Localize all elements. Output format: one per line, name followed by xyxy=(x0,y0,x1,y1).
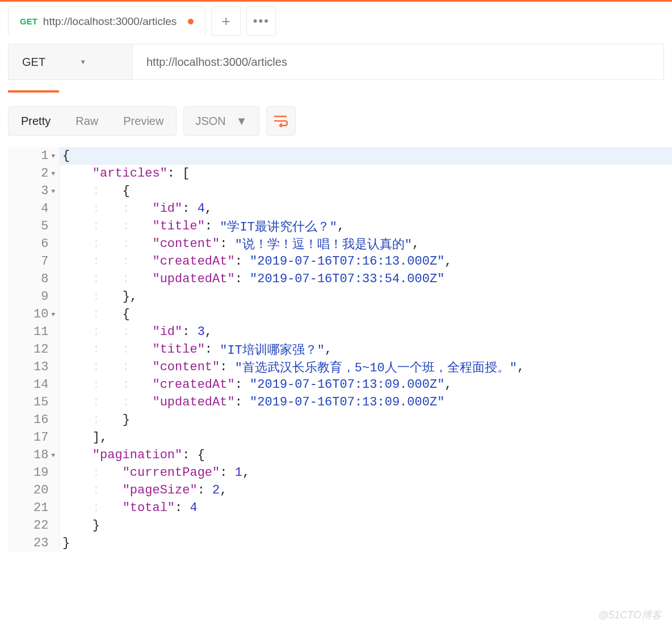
line-number[interactable]: 19▼ xyxy=(8,464,60,482)
line-number[interactable]: 3▼ xyxy=(8,182,60,200)
wrap-lines-button[interactable] xyxy=(266,106,296,136)
code-content: } xyxy=(60,517,672,534)
line-number[interactable]: 23▼ xyxy=(8,534,60,552)
request-tab[interactable]: GET http://localhost:3000/articles xyxy=(8,6,205,36)
response-toolbar: Pretty Raw Preview JSON ▼ xyxy=(8,106,664,136)
code-line[interactable]: 12▼ : : "title": "IT培训哪家强？", xyxy=(8,341,672,358)
http-method-select[interactable]: GET ▼ xyxy=(8,44,133,80)
code-line[interactable]: 20▼ : "pageSize": 2, xyxy=(8,482,672,499)
code-line[interactable]: 16▼ : } xyxy=(8,411,672,429)
line-number[interactable]: 8▼ xyxy=(8,270,60,288)
code-content: : "total": 4 xyxy=(60,499,672,517)
code-line[interactable]: 3▼ : { xyxy=(8,182,672,200)
url-value: http://localhost:3000/articles xyxy=(146,56,287,69)
plus-icon: + xyxy=(222,14,230,28)
code-line[interactable]: 5▼ : : "title": "学IT最讲究什么？", xyxy=(8,217,672,235)
code-content: "articles": [ xyxy=(60,165,672,182)
code-line[interactable]: 8▼ : : "updatedAt": "2019-07-16T07:33:54… xyxy=(8,270,672,288)
code-content: : "currentPage": 1, xyxy=(60,464,672,482)
code-line[interactable]: 21▼ : "total": 4 xyxy=(8,499,672,517)
line-number[interactable]: 16▼ xyxy=(8,411,60,429)
line-number[interactable]: 2▼ xyxy=(8,165,60,182)
response-tabs-divider xyxy=(8,90,664,93)
code-line[interactable]: 17▼ ], xyxy=(8,429,672,446)
line-number[interactable]: 9▼ xyxy=(8,288,60,305)
line-number[interactable]: 10▼ xyxy=(8,305,60,323)
code-line[interactable]: 4▼ : : "id": 4, xyxy=(8,200,672,217)
line-number[interactable]: 6▼ xyxy=(8,235,60,253)
response-body-viewer[interactable]: 1▼{2▼ "articles": [3▼ : {4▼ : : "id": 4,… xyxy=(8,147,672,552)
code-line[interactable]: 14▼ : : "createdAt": "2019-07-16T07:13:0… xyxy=(8,376,672,394)
new-tab-button[interactable]: + xyxy=(211,6,241,36)
code-content: : "pageSize": 2, xyxy=(60,482,672,499)
line-number[interactable]: 7▼ xyxy=(8,253,60,270)
code-line[interactable]: 22▼ } xyxy=(8,517,672,534)
method-select-value: GET xyxy=(22,56,45,69)
format-select[interactable]: JSON ▼ xyxy=(183,106,259,136)
code-line[interactable]: 9▼ : }, xyxy=(8,288,672,305)
fold-toggle-icon[interactable]: ▼ xyxy=(51,311,55,318)
watermark: @51CTO博客 xyxy=(598,608,662,622)
request-bar: GET ▼ http://localhost:3000/articles xyxy=(8,44,664,80)
line-number[interactable]: 14▼ xyxy=(8,376,60,394)
code-content: : : "id": 4, xyxy=(60,200,672,217)
line-number[interactable]: 1▼ xyxy=(8,147,60,165)
code-line[interactable]: 23▼} xyxy=(8,534,672,552)
fold-toggle-icon[interactable]: ▼ xyxy=(51,153,55,160)
line-number[interactable]: 18▼ xyxy=(8,446,60,464)
line-number[interactable]: 4▼ xyxy=(8,200,60,217)
fold-toggle-icon[interactable]: ▼ xyxy=(51,170,55,177)
tab-method-badge: GET xyxy=(20,16,37,26)
code-line[interactable]: 1▼{ xyxy=(8,147,672,165)
code-content: "pagination": { xyxy=(60,446,672,464)
code-content: : : "id": 3, xyxy=(60,323,672,341)
code-line[interactable]: 19▼ : "currentPage": 1, xyxy=(8,464,672,482)
code-content: : : "updatedAt": "2019-07-16T07:33:54.00… xyxy=(60,270,672,288)
line-number[interactable]: 20▼ xyxy=(8,482,60,499)
code-content: : : "createdAt": "2019-07-16T07:16:13.00… xyxy=(60,253,672,270)
line-number[interactable]: 5▼ xyxy=(8,217,60,235)
fold-toggle-icon[interactable]: ▼ xyxy=(51,188,55,195)
line-number[interactable]: 15▼ xyxy=(8,394,60,411)
code-content: : } xyxy=(60,411,672,429)
line-number[interactable]: 17▼ xyxy=(8,429,60,446)
line-number[interactable]: 12▼ xyxy=(8,341,60,358)
code-line[interactable]: 18▼ "pagination": { xyxy=(8,446,672,464)
view-mode-pretty[interactable]: Pretty xyxy=(9,107,63,135)
view-mode-raw[interactable]: Raw xyxy=(63,107,111,135)
code-content: : : "title": "学IT最讲究什么？", xyxy=(60,217,672,235)
tab-options-button[interactable]: ••• xyxy=(246,6,276,36)
code-line[interactable]: 2▼ "articles": [ xyxy=(8,165,672,182)
code-line[interactable]: 13▼ : : "content": "首选武汉长乐教育，5~10人一个班，全程… xyxy=(8,358,672,376)
active-tab-indicator xyxy=(8,90,59,93)
ellipsis-icon: ••• xyxy=(253,14,270,28)
tabs-row: GET http://localhost:3000/articles + ••• xyxy=(0,2,672,36)
chevron-down-icon: ▼ xyxy=(79,58,86,66)
code-content: : : "createdAt": "2019-07-16T07:13:09.00… xyxy=(60,376,672,394)
wrap-icon xyxy=(274,115,288,127)
code-line[interactable]: 6▼ : : "content": "说！学！逗！唱！我是认真的", xyxy=(8,235,672,253)
line-number[interactable]: 11▼ xyxy=(8,323,60,341)
code-line[interactable]: 15▼ : : "updatedAt": "2019-07-16T07:13:0… xyxy=(8,394,672,411)
fold-toggle-icon[interactable]: ▼ xyxy=(51,452,55,459)
line-number[interactable]: 22▼ xyxy=(8,517,60,534)
code-content: : : "title": "IT培训哪家强？", xyxy=(60,341,672,358)
code-content: : { xyxy=(60,182,672,200)
code-line[interactable]: 7▼ : : "createdAt": "2019-07-16T07:16:13… xyxy=(8,253,672,270)
tab-title: http://localhost:3000/articles xyxy=(43,15,177,28)
code-content: ], xyxy=(60,429,672,446)
view-mode-preview[interactable]: Preview xyxy=(111,107,176,135)
line-number[interactable]: 13▼ xyxy=(8,358,60,376)
line-number[interactable]: 21▼ xyxy=(8,499,60,517)
format-select-value: JSON xyxy=(195,115,225,128)
code-content: { xyxy=(60,147,672,165)
code-content: : : "updatedAt": "2019-07-16T07:13:09.00… xyxy=(60,394,672,411)
code-content: : : "content": "首选武汉长乐教育，5~10人一个班，全程面授。"… xyxy=(60,358,672,376)
code-line[interactable]: 10▼ : { xyxy=(8,305,672,323)
chevron-down-icon: ▼ xyxy=(236,115,247,128)
code-line[interactable]: 11▼ : : "id": 3, xyxy=(8,323,672,341)
code-content: : : "content": "说！学！逗！唱！我是认真的", xyxy=(60,235,672,253)
code-content: : { xyxy=(60,305,672,323)
code-content: } xyxy=(60,534,672,552)
url-input[interactable]: http://localhost:3000/articles xyxy=(133,44,664,80)
